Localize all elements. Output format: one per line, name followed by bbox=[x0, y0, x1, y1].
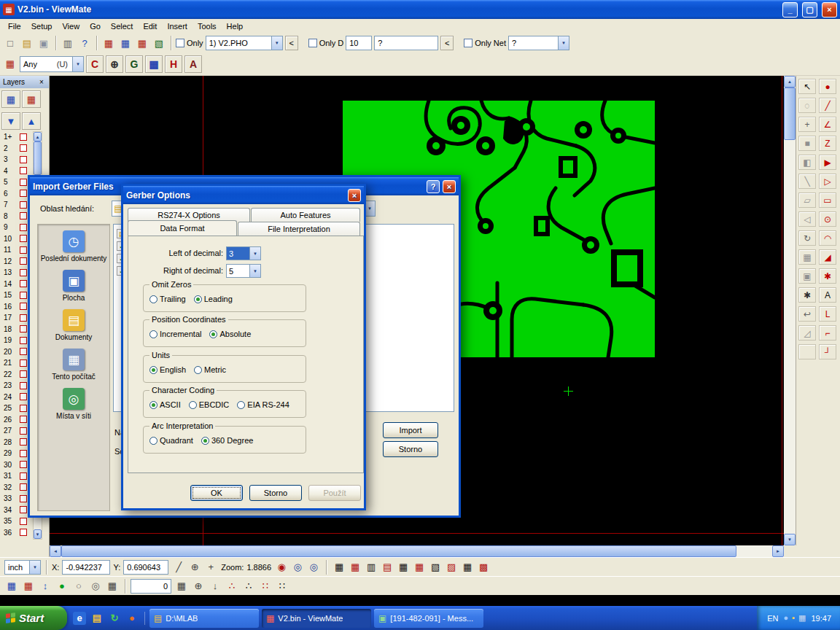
arrow-tool-icon[interactable]: ▶ bbox=[819, 155, 836, 170]
pattern-icon-9[interactable]: ▦ bbox=[460, 560, 475, 575]
layer-swatch[interactable] bbox=[20, 348, 27, 355]
unit-combo[interactable]: inch ▼ bbox=[4, 560, 41, 575]
folder-quicklaunch-icon[interactable]: ▤ bbox=[90, 612, 104, 625]
zigzag-tool-icon[interactable]: Z bbox=[819, 136, 836, 151]
menu-edit[interactable]: Edit bbox=[138, 20, 162, 32]
layer-swatch[interactable] bbox=[20, 337, 27, 344]
highlight-h-icon[interactable]: H bbox=[165, 55, 182, 73]
import-button[interactable]: Import bbox=[383, 422, 438, 438]
menu-help[interactable]: Help bbox=[222, 20, 249, 32]
net-combo[interactable]: ? ▼ bbox=[508, 36, 569, 50]
tab-data-format[interactable]: Data Format bbox=[128, 220, 237, 236]
dcode-info-input[interactable]: ? bbox=[374, 36, 438, 50]
origin-icon[interactable]: ⊕ bbox=[187, 560, 202, 575]
chevron-down-icon[interactable]: ▼ bbox=[29, 561, 40, 574]
clock[interactable]: 19:47 bbox=[811, 614, 831, 623]
chevron-down-icon[interactable]: ▼ bbox=[249, 247, 260, 260]
cancel-button[interactable]: Storno bbox=[249, 485, 302, 501]
ruler-tool-icon[interactable]: ⌐ bbox=[819, 325, 836, 341]
y-coordinate-input[interactable]: 0.690643 bbox=[123, 560, 168, 575]
task-message[interactable]: ▣[191-482-091] - Mess... bbox=[374, 609, 483, 628]
layer-up-icon[interactable]: ▲ bbox=[22, 112, 41, 130]
flash-pattern-icon-1[interactable]: ∴ bbox=[225, 579, 239, 594]
blank-tool-icon[interactable] bbox=[798, 344, 816, 359]
select-mode-icon[interactable]: ▦ bbox=[3, 57, 18, 71]
new-file-icon[interactable]: □ bbox=[3, 36, 18, 50]
radio-english[interactable]: English bbox=[149, 365, 186, 374]
circle-tool-icon[interactable]: ⊙ bbox=[819, 211, 836, 227]
target-icon[interactable]: ⊕ bbox=[106, 55, 123, 73]
help-button[interactable]: ? bbox=[427, 180, 440, 193]
radio-button-icon[interactable] bbox=[237, 401, 245, 409]
line-tool-icon[interactable]: ╱ bbox=[819, 98, 836, 113]
layer-swatch[interactable] bbox=[20, 292, 27, 299]
radio-button-icon[interactable] bbox=[194, 295, 202, 303]
cursor-arrow-icon[interactable]: ↖ bbox=[798, 79, 816, 94]
scrollbar-thumb[interactable] bbox=[784, 88, 796, 140]
scroll-left-icon[interactable]: ◄ bbox=[50, 545, 61, 557]
menu-tools[interactable]: Tools bbox=[192, 20, 222, 32]
zoom-window-icon[interactable]: ◎ bbox=[290, 560, 305, 575]
layer-swatch[interactable] bbox=[20, 483, 27, 491]
layer-swatch[interactable] bbox=[20, 359, 27, 367]
layer-stack2-icon[interactable]: ▦ bbox=[21, 579, 36, 594]
mirror-tool-icon[interactable]: ◁ bbox=[798, 211, 816, 227]
x-coordinate-input[interactable]: -0.942237 bbox=[62, 560, 110, 575]
chevron-down-icon[interactable]: ▼ bbox=[271, 36, 282, 50]
layer-row[interactable]: 1+ bbox=[1, 131, 32, 143]
close-button[interactable]: × bbox=[443, 180, 456, 193]
only-layer-checkbox[interactable] bbox=[176, 39, 184, 47]
task-mlab[interactable]: ▤D:\MLAB bbox=[149, 609, 259, 628]
corner2-tool-icon[interactable]: ┘ bbox=[819, 344, 836, 359]
layer-file-combo[interactable]: 1) V2.PHO ▼ bbox=[206, 36, 283, 50]
place-documents[interactable]: ▤Dokumenty bbox=[40, 309, 107, 341]
net-table-icon[interactable]: ▧ bbox=[152, 36, 166, 50]
pattern-icon-7[interactable]: ▧ bbox=[428, 560, 443, 575]
scroll-right-icon[interactable]: ► bbox=[772, 545, 784, 557]
pattern-icon-4[interactable]: ▤ bbox=[380, 560, 394, 575]
radio-metric[interactable]: Metric bbox=[194, 365, 226, 374]
layer-swatch[interactable] bbox=[20, 224, 27, 231]
pattern-icon-2[interactable]: ▦ bbox=[348, 560, 362, 575]
layer-swatch[interactable] bbox=[20, 393, 27, 400]
place-network[interactable]: ◎Místa v síti bbox=[40, 388, 107, 420]
layer-colors-icon[interactable]: ▦ bbox=[22, 90, 41, 108]
lamp-off-icon[interactable]: ○ bbox=[71, 579, 86, 594]
print-icon[interactable]: ▥ bbox=[61, 36, 75, 50]
grid-dots-icon[interactable]: ▦ bbox=[174, 579, 189, 594]
close-button[interactable]: × bbox=[822, 2, 837, 18]
maximize-button[interactable]: ▢ bbox=[802, 2, 817, 18]
right-decimal-combo[interactable]: 5 ▼ bbox=[226, 264, 261, 278]
flash-pattern-icon-3[interactable]: ∷ bbox=[258, 579, 273, 594]
layer-swatch[interactable] bbox=[20, 133, 27, 141]
layer-swatch[interactable] bbox=[20, 370, 27, 378]
menu-insert[interactable]: Insert bbox=[162, 20, 192, 32]
scroll-up-icon[interactable]: ▲ bbox=[784, 76, 796, 88]
layer-swatch[interactable] bbox=[20, 325, 27, 332]
pattern-icon-3[interactable]: ▥ bbox=[364, 560, 378, 575]
radio-ebcdic[interactable]: EBCDIC bbox=[189, 400, 230, 409]
chamfer-tool-icon[interactable]: ◢ bbox=[819, 249, 836, 265]
scroll-down-icon[interactable]: ▼ bbox=[34, 529, 42, 539]
highlight-a-icon[interactable]: A bbox=[184, 55, 202, 73]
layer-swatch[interactable] bbox=[20, 235, 27, 242]
layer-swatch[interactable] bbox=[20, 144, 27, 152]
prev-dcode-button[interactable]: < bbox=[440, 36, 454, 50]
snap-icon[interactable]: + bbox=[203, 560, 218, 575]
close-icon[interactable]: × bbox=[37, 78, 46, 86]
radio-button-icon[interactable] bbox=[149, 366, 158, 374]
tray-kb-icon[interactable]: ▦ bbox=[798, 613, 806, 623]
pattern-icon-1[interactable]: ▦ bbox=[332, 560, 346, 575]
scroll-down-icon[interactable]: ▼ bbox=[784, 534, 796, 545]
text-tool-icon[interactable]: A bbox=[819, 287, 836, 303]
anchor-icon[interactable]: ⊕ bbox=[191, 579, 206, 594]
dcode-table-icon[interactable]: ▦ bbox=[101, 36, 116, 50]
swap-layers-icon[interactable]: ↕ bbox=[38, 579, 52, 594]
probe-tool-icon[interactable]: ◿ bbox=[798, 325, 816, 341]
layer-swatch[interactable] bbox=[20, 382, 27, 389]
probe-circle-icon[interactable]: ◎ bbox=[88, 579, 103, 594]
pad-tool-icon[interactable]: ● bbox=[819, 79, 836, 94]
highlight-c-icon[interactable]: C bbox=[86, 55, 104, 73]
layer-swatch[interactable] bbox=[20, 179, 27, 186]
radio-eia-rs-244[interactable]: EIA RS-244 bbox=[237, 400, 289, 409]
